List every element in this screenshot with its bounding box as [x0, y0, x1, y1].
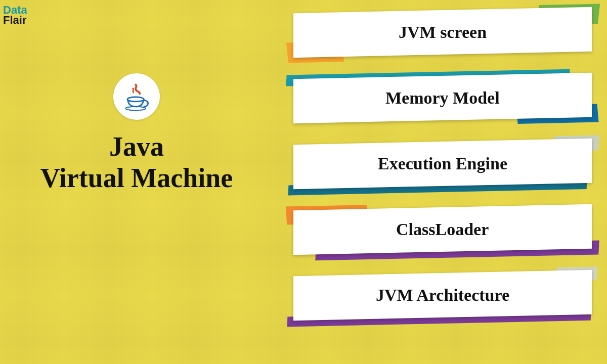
topic-card-label: JVM screen — [399, 23, 487, 42]
topic-card-label: ClassLoader — [396, 220, 489, 239]
topic-card-label: JVM Architecture — [376, 286, 509, 305]
java-icon — [113, 73, 160, 120]
brand-line2: Flair — [3, 15, 27, 25]
topic-card-list: JVM screen Memory Model Execution Engine… — [293, 10, 592, 317]
topic-card: Execution Engine — [293, 142, 592, 186]
page-title-line2: Virtual Machine — [10, 162, 263, 194]
topic-card: JVM screen — [293, 10, 592, 55]
hero-section: Java Virtual Machine — [10, 73, 263, 194]
svg-point-0 — [127, 97, 144, 102]
page-title-line1: Java — [10, 131, 263, 162]
topic-card: JVM Architecture — [293, 273, 592, 317]
topic-card-label: Memory Model — [385, 88, 500, 108]
topic-card: ClassLoader — [293, 207, 592, 252]
brand-logo: Data Flair — [3, 5, 27, 25]
topic-card-label: Execution Engine — [378, 154, 507, 173]
topic-card: Memory Model — [293, 76, 592, 120]
